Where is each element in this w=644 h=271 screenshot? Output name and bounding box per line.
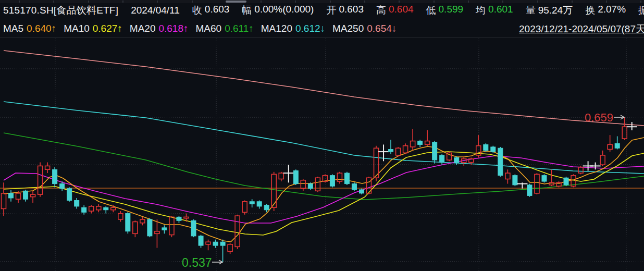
kline-chart[interactable]: 0.6590.537 xyxy=(0,38,644,271)
candle-up[interactable] xyxy=(505,173,510,179)
candle-down[interactable] xyxy=(82,207,86,212)
candle-up[interactable] xyxy=(96,206,101,210)
candle-up[interactable] xyxy=(549,182,554,185)
candle-down[interactable] xyxy=(264,205,269,210)
candle-up[interactable] xyxy=(111,207,116,210)
date-range-link[interactable]: 2023/12/21-2024/05/07(87天) xyxy=(519,22,644,36)
candle-up[interactable] xyxy=(45,166,50,169)
ma250-legend: MA2500.654↓ xyxy=(332,23,397,34)
candle-up[interactable] xyxy=(155,231,159,234)
ma20-legend: MA200.618↑ xyxy=(130,23,189,34)
candle-up[interactable] xyxy=(2,193,6,209)
candle-down[interactable] xyxy=(389,150,393,152)
candle-down[interactable] xyxy=(104,207,108,210)
candle-up[interactable] xyxy=(535,174,539,193)
timeline-tick xyxy=(502,1,503,3)
candle-down[interactable] xyxy=(352,184,356,190)
candle-down[interactable] xyxy=(250,202,254,204)
candle-up[interactable] xyxy=(374,148,379,178)
candle-up[interactable] xyxy=(411,141,415,147)
candle-down[interactable] xyxy=(491,147,496,152)
candle-down[interactable] xyxy=(527,185,532,196)
timeline-tick xyxy=(53,1,54,3)
candle-down[interactable] xyxy=(126,214,130,231)
timeline-tick xyxy=(606,1,607,3)
candle-down[interactable] xyxy=(75,201,79,206)
timeline-tick xyxy=(468,1,469,3)
candle-up[interactable] xyxy=(315,178,320,191)
candle-down[interactable] xyxy=(220,242,225,245)
field-high: 高0.604 xyxy=(376,4,414,17)
candle-up[interactable] xyxy=(301,180,305,189)
candle-up[interactable] xyxy=(600,155,605,165)
field-amplitude-clipped: 振 xyxy=(638,4,644,17)
candle-down[interactable] xyxy=(147,219,152,236)
candle-down[interactable] xyxy=(564,178,568,185)
candle-down[interactable] xyxy=(9,193,14,198)
timeline-tick xyxy=(399,1,400,3)
timeline-scrollbar[interactable] xyxy=(0,0,644,3)
candle-down[interactable] xyxy=(418,141,423,145)
candle-down[interactable] xyxy=(432,142,437,160)
candle-up[interactable] xyxy=(31,194,35,197)
candle-up[interactable] xyxy=(403,146,408,153)
candle-down[interactable] xyxy=(484,144,488,150)
candle-down[interactable] xyxy=(162,228,167,230)
field-low: 低0.599 xyxy=(426,4,464,17)
candle-down[interactable] xyxy=(330,176,335,187)
ma5-legend: MA50.640↑ xyxy=(3,23,56,34)
candle-down[interactable] xyxy=(199,236,203,245)
candle-up[interactable] xyxy=(133,222,138,234)
candle-down[interactable] xyxy=(359,190,364,193)
field-turnover: 换2.07% xyxy=(585,4,626,17)
candle-up[interactable] xyxy=(140,219,145,223)
ma5-line xyxy=(4,138,644,242)
kline-chart-canvas[interactable]: 0.6590.537 xyxy=(0,38,644,271)
ma-legend-bar: MA50.640↑ MA100.627↑ MA200.618↑ MA600.61… xyxy=(3,22,644,35)
candle-up[interactable] xyxy=(16,193,21,199)
candle-down[interactable] xyxy=(257,202,262,206)
candle-down[interactable] xyxy=(344,173,349,184)
candle-down[interactable] xyxy=(60,184,65,189)
price-extreme-label: 0.659 xyxy=(585,111,613,124)
candle-down[interactable] xyxy=(23,191,28,199)
candle-up[interactable] xyxy=(235,216,240,247)
candle-up[interactable] xyxy=(184,217,189,218)
candle-down[interactable] xyxy=(440,155,444,163)
field-open: 开0.603 xyxy=(326,4,364,17)
candle-up[interactable] xyxy=(578,167,583,173)
timeline-tick xyxy=(157,1,158,3)
candle-up[interactable] xyxy=(425,141,430,145)
candle-down[interactable] xyxy=(177,217,181,220)
candle-down[interactable] xyxy=(615,143,620,148)
field-change: 幅0.00%(0.000) xyxy=(242,4,314,17)
candle-down[interactable] xyxy=(67,189,72,201)
candle-down[interactable] xyxy=(542,176,547,181)
candle-up[interactable] xyxy=(608,144,612,149)
candle-down[interactable] xyxy=(498,148,503,175)
candle-up[interactable] xyxy=(279,173,283,179)
timeline-tick xyxy=(640,1,641,3)
candle-down[interactable] xyxy=(454,157,459,162)
ma60-legend: MA600.611↑ xyxy=(196,23,254,34)
candle-down[interactable] xyxy=(293,171,298,184)
candle-down[interactable] xyxy=(191,220,196,236)
candle-down[interactable] xyxy=(213,242,218,245)
candle-up[interactable] xyxy=(38,166,43,194)
candle-up[interactable] xyxy=(89,206,94,211)
timeline-tick xyxy=(434,1,435,3)
price-extreme-label: 0.537 xyxy=(182,256,212,269)
candle-up[interactable] xyxy=(228,244,232,252)
candle-up[interactable] xyxy=(337,173,342,181)
candle-up[interactable] xyxy=(118,214,123,219)
timeline-tick xyxy=(19,1,20,3)
candle-down[interactable] xyxy=(53,169,57,183)
candle-up[interactable] xyxy=(242,202,247,213)
candle-up[interactable] xyxy=(169,217,174,235)
candle-up[interactable] xyxy=(396,148,401,155)
timeline-tick xyxy=(572,1,573,3)
candle-up[interactable] xyxy=(206,242,210,244)
timeline-scrollbar-thumb[interactable] xyxy=(226,1,246,3)
candle-down[interactable] xyxy=(308,184,313,189)
candle-down[interactable] xyxy=(513,176,517,185)
